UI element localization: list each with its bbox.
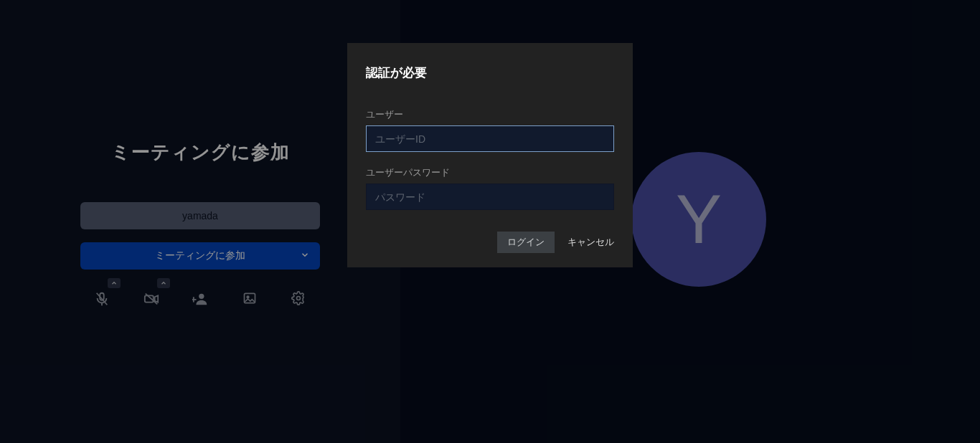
password-field-label: ユーザーパスワード <box>366 166 614 179</box>
auth-dialog: 認証が必要 ユーザー ユーザーパスワード ログイン キャンセル <box>347 43 633 267</box>
user-id-input[interactable] <box>366 125 614 152</box>
password-input[interactable] <box>366 184 614 210</box>
cancel-button[interactable]: キャンセル <box>567 236 614 249</box>
dialog-title: 認証が必要 <box>366 65 614 81</box>
user-field-label: ユーザー <box>366 108 614 121</box>
dialog-actions: ログイン キャンセル <box>366 232 614 253</box>
login-button[interactable]: ログイン <box>497 232 555 253</box>
